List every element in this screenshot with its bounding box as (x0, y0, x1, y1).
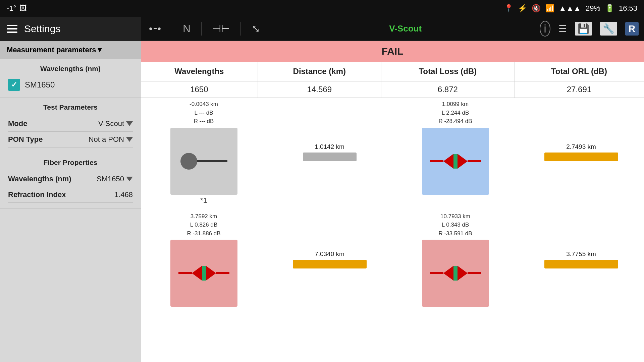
dist4-bar (544, 260, 618, 268)
settings-header: Settings (0, 17, 141, 41)
wavelengths-section: Wavelengths (nm) SM1650 (0, 59, 141, 98)
fiber-properties-title: Fiber Properties (8, 159, 133, 167)
dist2-col: 2.7493 km (518, 98, 644, 207)
start-circle (180, 153, 197, 170)
settings-icon[interactable]: 🔧 (600, 22, 617, 36)
dist3-bar (293, 260, 367, 268)
node1-col: -0.0043 kmL --- dBR --- dB *1 (141, 98, 267, 207)
list-icon[interactable]: ☰ (558, 23, 567, 34)
sm1650-checkbox[interactable] (8, 79, 20, 91)
battery-icon: 🔋 (605, 4, 614, 13)
toolbar-divider-1 (172, 22, 172, 36)
dist2-label: 2.7493 km (566, 143, 596, 150)
nodes-area: -0.0043 kmL --- dBR --- dB *1 1.0142 km (141, 98, 644, 362)
hamburger-menu-icon[interactable] (7, 25, 17, 33)
status-right: 📍 ⚡ 🔇 📶 ▲▲▲ 29% 🔋 16:53 (504, 4, 637, 13)
cell-total-loss: 6.872 (381, 81, 514, 98)
toolbar-divider-2 (201, 22, 202, 36)
mode-dropdown-icon[interactable] (126, 121, 133, 126)
toolbar: •⁃• N ⊣⊢ ⤡ V-Scout i ☰ 💾 🔧 R (141, 17, 644, 41)
measurement-params-header[interactable]: Measurement parameters▼ (0, 41, 141, 59)
signal-dot-icon[interactable]: •⁃• (146, 21, 164, 36)
photo-icon: 🖼 (19, 4, 27, 13)
dist1-label: 1.0142 km (315, 143, 344, 150)
fiber-wavelengths-value[interactable]: SM1650 (97, 175, 133, 183)
info-icon[interactable]: i (540, 21, 550, 37)
node3-info: 3.7592 kmL 0.826 dBR -31.886 dB (187, 212, 220, 238)
split-icon[interactable]: ⊣⊢ (210, 21, 232, 36)
right-panel: •⁃• N ⊣⊢ ⤡ V-Scout i ☰ 💾 🔧 R FAIL (141, 17, 644, 362)
r-icon[interactable]: R (625, 22, 639, 36)
dist1-col: 1.0142 km (267, 98, 392, 207)
sm1650-label: SM1650 (25, 80, 55, 89)
wifi-icon: 📶 (545, 4, 554, 13)
pon-type-label: PON Type (8, 135, 43, 144)
compress-icon[interactable]: ⤡ (249, 21, 263, 36)
dist3-label: 7.0340 km (315, 250, 344, 258)
cell-wavelength: 1650 (141, 81, 258, 98)
location-icon: 📍 (504, 4, 513, 13)
nodes-row-bottom: 3.7592 kmL 0.826 dBR -31.886 dB 7.0340 (141, 210, 644, 309)
col-total-loss: Total Loss (dB) (381, 62, 514, 81)
col-wavelengths: Wavelengths (141, 62, 258, 81)
temperature: -1° (7, 4, 16, 13)
node4-col: 10.7933 kmL 0.343 dBR -33.591 dB (392, 210, 518, 309)
fiber-wavelengths-label: Wavelengths (nm) (8, 175, 71, 183)
fiber-properties-section: Fiber Properties Wavelengths (nm) SM1650… (0, 153, 141, 208)
dist3-col: 7.0340 km (267, 210, 392, 309)
fail-label: FAIL (382, 46, 404, 57)
measurement-params-label: Measurement parameters▼ (7, 46, 103, 54)
col-distance: Distance (km) (258, 62, 381, 81)
node2-box[interactable] (422, 128, 489, 195)
fiber-wavelengths-row[interactable]: Wavelengths (nm) SM1650 (8, 171, 133, 187)
col-total-orl: Total ORL (dB) (514, 62, 644, 81)
node3-box[interactable] (170, 240, 237, 307)
wavelengths-section-title: Wavelengths (nm) (8, 65, 133, 73)
cell-total-orl: 27.691 (514, 81, 644, 98)
node2-col: 1.0099 kmL 2.244 dBR -28.494 dB (392, 98, 518, 207)
node1-label: *1 (200, 196, 207, 205)
dist4-label: 3.7755 km (566, 250, 596, 258)
node4-box[interactable] (422, 240, 489, 307)
save-icon[interactable]: 💾 (575, 22, 592, 36)
test-parameters-title: Test Parameters (8, 103, 133, 111)
pon-type-value[interactable]: Not a PON (89, 135, 133, 144)
start-line (197, 160, 227, 162)
status-left: -1° 🖼 (7, 4, 27, 13)
mode-row[interactable]: Mode V-Scout (8, 116, 133, 132)
node4-info: 10.7933 kmL 0.343 dBR -33.591 dB (438, 212, 472, 238)
n-icon[interactable]: N (180, 21, 193, 36)
node3-col: 3.7592 kmL 0.826 dBR -31.886 dB (141, 210, 267, 309)
fiber-wavelengths-dropdown-icon[interactable] (126, 177, 133, 181)
sm1650-row[interactable]: SM1650 (8, 77, 133, 92)
table-header-row: Wavelengths Distance (km) Total Loss (dB… (141, 62, 644, 81)
refraction-row[interactable]: Refraction Index 1.468 (8, 187, 133, 203)
mode-value[interactable]: V-Scout (98, 119, 133, 128)
data-row: 1650 14.569 6.872 27.691 (141, 81, 644, 98)
mute-icon: 🔇 (532, 4, 541, 13)
dist2-bar (544, 153, 618, 161)
cell-distance: 14.569 (258, 81, 381, 98)
fail-banner: FAIL (141, 41, 644, 62)
dist1-bar (303, 153, 357, 161)
clock: 16:53 (619, 4, 637, 13)
pon-type-dropdown-icon[interactable] (126, 137, 133, 142)
test-parameters-section: Test Parameters Mode V-Scout PON Type No… (0, 98, 141, 153)
toolbar-divider-4 (271, 22, 271, 36)
refraction-label: Refraction Index (8, 190, 66, 199)
vscout-label: V-Scout (279, 23, 532, 34)
nodes-row-top: -0.0043 kmL --- dBR --- dB *1 1.0142 km (141, 98, 644, 207)
pon-type-row[interactable]: PON Type Not a PON (8, 132, 133, 147)
toolbar-divider-3 (240, 22, 241, 36)
mode-label: Mode (8, 119, 27, 128)
node1-box[interactable] (170, 128, 237, 195)
node2-info: 1.0099 kmL 2.244 dBR -28.494 dB (438, 100, 472, 126)
settings-title: Settings (24, 23, 60, 35)
node1-info: -0.0043 kmL --- dBR --- dB (190, 100, 218, 126)
signal-icon: ▲▲▲ (559, 4, 581, 13)
bluetooth-icon: ⚡ (518, 4, 527, 13)
start-connector (180, 153, 227, 170)
dist4-col: 3.7755 km (518, 210, 644, 309)
battery-pct: 29% (586, 4, 600, 13)
status-bar: -1° 🖼 📍 ⚡ 🔇 📶 ▲▲▲ 29% 🔋 16:53 (0, 0, 644, 17)
